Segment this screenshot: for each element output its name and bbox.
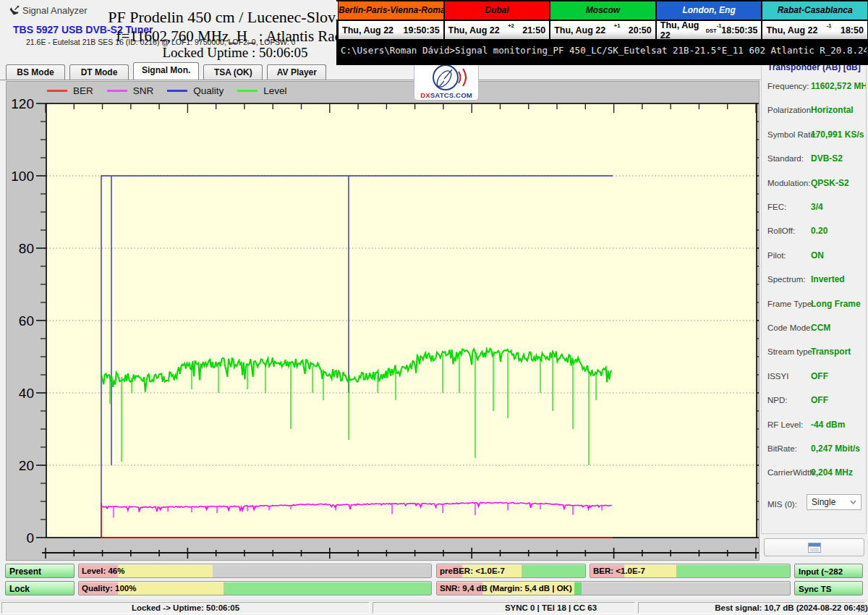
level-progress-bar: Level: 46%: [78, 564, 432, 578]
clock-date: Thu, Aug 22: [660, 20, 706, 41]
dxsatcs-logo-text: DXSATCS.COM: [420, 91, 472, 100]
legend-item-level: Level: [237, 85, 286, 96]
transponder-row-frame-type: Frame Type:Long Frame: [762, 299, 866, 309]
mis-label: MIS (0):: [767, 500, 797, 509]
signal-monitor-chart: BERSNRQualityLevel 020406080100120: [6, 81, 760, 561]
tab-tsa-ok-[interactable]: TSA (OK): [203, 64, 263, 80]
legend-swatch-quality: [167, 90, 187, 92]
clock-utc-offset: -1: [827, 22, 832, 32]
clock-dubai: DubaiThu, Aug 22+221:50: [445, 1, 550, 39]
transponder-row-label: Code Mode:: [767, 323, 813, 333]
clock-berlin-paris-vienna-roma: Berlin-Paris-Vienna-RomaThu, Aug 2219:50…: [339, 1, 443, 39]
clock-date: Thu, Aug 22: [342, 25, 393, 35]
transponder-row-value: 0.20: [811, 226, 827, 236]
transponder-row-label: RollOff:: [767, 226, 795, 236]
transponder-row-label: ISSYI: [767, 371, 788, 381]
present-indicator: Present: [5, 564, 75, 578]
clock-city-label: Rabat-Casablanca: [762, 1, 867, 20]
clock-moscow: MoscowThu, Aug 22+120:50: [550, 1, 655, 39]
ber-progress-bar: BER: <1.0E-7: [590, 564, 791, 578]
lock-indicator: Lock: [5, 581, 75, 595]
legend-item-ber: BER: [47, 85, 93, 96]
transponder-row-label: Symbol Rate:: [767, 130, 817, 140]
transponder-row-rolloff: RollOff:0.20: [762, 226, 866, 236]
tabbar-divider: [0, 80, 760, 80]
transponder-row-value: 11602,572 MHz: [811, 81, 867, 91]
legend-label: Level: [263, 85, 286, 96]
transponder-row-pilot: Pilot:ON: [762, 250, 866, 260]
legend-swatch-ber: [47, 90, 67, 92]
clock-london-eng: London, EngThu, Aug 22DST-118:50:35: [657, 1, 762, 39]
transponder-row-spectrum: Spectrum:Inverted: [762, 274, 866, 284]
transponder-row-value: DVB-S2: [811, 153, 843, 164]
mis-dropdown[interactable]: Single: [807, 494, 861, 510]
resize-grip[interactable]: [858, 605, 867, 614]
transponder-row-value: OFF: [811, 395, 828, 405]
clock-city-label: Dubai: [445, 1, 550, 20]
clock-time-row: Thu, Aug 22-118:50: [762, 21, 867, 39]
quality-progress-bar: Quality: 100%: [78, 581, 432, 595]
transponder-row-value: OFF: [811, 371, 828, 381]
svg-text:120: 120: [11, 96, 34, 111]
legend-label: BER: [73, 85, 93, 96]
preber-progress-bar: preBER: <1.0E-7: [436, 564, 586, 578]
clock-time: 18:50:35: [721, 25, 757, 35]
transponder-row-label: RF Level:: [767, 420, 803, 430]
clock-utc-offset: DST-1: [706, 22, 722, 32]
mis-dropdown-value: Single: [812, 497, 835, 507]
dxsatcs-logo: DXSATCS.COM: [414, 62, 479, 101]
tab-bar: BS ModeDT ModeSignal Mon.TSA (OK)AV Play…: [6, 63, 331, 80]
preber-progress-text: preBER: <1.0E-7: [437, 564, 585, 577]
world-clocks: Berlin-Paris-Vienna-RomaThu, Aug 2219:50…: [336, 0, 868, 39]
clock-city-label: Moscow: [550, 1, 655, 20]
tab-signal-mon-[interactable]: Signal Mon.: [133, 62, 199, 80]
legend-label: Quality: [193, 85, 224, 96]
tab-av-player[interactable]: AV Player: [267, 64, 326, 80]
tab-dt-mode[interactable]: DT Mode: [69, 64, 129, 80]
transponder-row-issyi: ISSYIOFF: [762, 371, 866, 381]
status-uptime: Locked -> Uptime: 50:06:05: [1, 602, 370, 614]
signal-chart-svg: 020406080100120: [7, 82, 759, 560]
chart-legend: BERSNRQualityLevel: [47, 83, 287, 98]
clock-time-row: Thu, Aug 22DST-118:50:35: [657, 21, 762, 39]
transponder-row-value: Horizontal: [811, 105, 854, 115]
clock-time-row: Thu, Aug 22+120:50: [550, 21, 655, 39]
transponder-row-label: Modulation:: [767, 178, 810, 188]
export-button[interactable]: [764, 538, 864, 556]
transponder-row-label: Stream type:: [767, 347, 814, 357]
clock-date: Thu, Aug 22: [448, 25, 500, 35]
ber-progress-text: BER: <1.0E-7: [590, 564, 790, 577]
svg-text:60: 60: [19, 313, 34, 328]
transponder-row-value: CCM: [811, 323, 830, 333]
transponder-row-label: BitRate:: [767, 444, 797, 454]
transponder-row-value: -44 dBm: [811, 420, 845, 430]
transponder-row-value: 170,991 KS/s: [811, 130, 864, 140]
legend-swatch-level: [237, 90, 258, 92]
transponder-row-label: FEC:: [767, 202, 786, 212]
transponder-row-label: Standard:: [767, 153, 804, 164]
transponder-row-label: NPD:: [767, 395, 787, 405]
world-clock-overlay: Berlin-Paris-Vienna-RomaThu, Aug 2219:50…: [336, 0, 868, 65]
transponder-row-value: 3/4: [811, 202, 823, 212]
console-prompt[interactable]: C:\Users\Roman Dávid>Signal monitoring_P…: [341, 45, 867, 56]
svg-text:0: 0: [26, 530, 34, 546]
transponder-row-label: Frequency:: [767, 81, 809, 91]
clock-city-label: Berlin-Paris-Vienna-Roma: [339, 1, 443, 20]
transponder-panel: Transponder (AB) [dB] MIS (0): Single Fr…: [761, 64, 867, 534]
transponder-row-rf-level: RF Level:-44 dBm: [762, 420, 866, 430]
input-indicator: Input (~282 Kbps): [794, 564, 863, 578]
legend-label: SNR: [133, 85, 154, 96]
transponder-row-carrierwidth: CarrierWidth:0,204 MHz: [762, 467, 866, 478]
clock-utc-offset: +2: [508, 22, 514, 32]
legend-swatch-snr: [107, 90, 127, 92]
transponder-row-symbol-rate: Symbol Rate:170,991 KS/s: [762, 130, 866, 140]
transponder-row-value: 0,204 MHz: [811, 467, 853, 478]
transponder-row-standard: Standard:DVB-S2: [762, 153, 866, 164]
transponder-row-value: ON: [811, 250, 824, 260]
legend-item-snr: SNR: [107, 85, 154, 96]
transponder-row-polarization: Polarization:Horizontal: [762, 105, 866, 115]
clock-time-row: Thu, Aug 2219:50:35: [339, 21, 443, 39]
transponder-row-label: Frame Type:: [767, 299, 814, 309]
tab-bs-mode[interactable]: BS Mode: [6, 64, 65, 80]
svg-text:40: 40: [19, 386, 34, 401]
